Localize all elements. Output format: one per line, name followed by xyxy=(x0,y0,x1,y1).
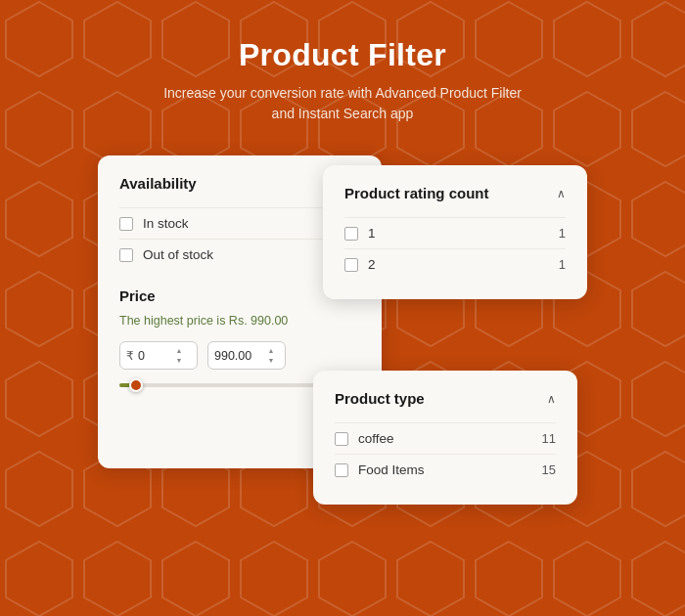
coffee-count: 11 xyxy=(542,431,556,446)
food-items-checkbox[interactable] xyxy=(335,463,348,477)
price-inputs-row: ₹ ▲ ▼ ▲ ▼ xyxy=(119,341,360,370)
rating-2-item: 2 1 xyxy=(344,248,566,280)
min-price-input-wrap: ₹ ▲ ▼ xyxy=(119,341,198,370)
out-of-stock-checkbox[interactable] xyxy=(119,248,133,262)
availability-card-title: Availability xyxy=(119,175,197,192)
min-price-input[interactable] xyxy=(138,349,173,363)
type-chevron-icon[interactable]: ∧ xyxy=(547,392,556,406)
max-price-input[interactable] xyxy=(214,349,265,363)
max-price-up-button[interactable]: ▲ xyxy=(265,346,277,355)
coffee-checkbox[interactable] xyxy=(335,432,348,446)
min-price-down-button[interactable]: ▼ xyxy=(173,356,185,365)
type-card-title: Product type xyxy=(335,390,425,407)
rating-2-label: 2 xyxy=(368,257,551,272)
min-price-stepper: ▲ ▼ xyxy=(173,346,185,365)
type-card-header: Product type ∧ xyxy=(335,390,556,407)
type-card: Product type ∧ coffee 11 Food Items 15 xyxy=(313,371,577,505)
max-price-down-button[interactable]: ▼ xyxy=(265,356,277,365)
cards-area: Availability ∧ In stock Out of stock Pri… xyxy=(98,155,587,527)
min-price-up-button[interactable]: ▲ xyxy=(173,346,185,355)
rating-1-label: 1 xyxy=(368,226,551,241)
coffee-label: coffee xyxy=(358,431,534,446)
price-slider-thumb[interactable] xyxy=(129,378,143,392)
page-title: Product Filter xyxy=(239,37,446,73)
rating-1-count: 1 xyxy=(559,226,566,241)
page-subtitle: Increase your conversion rate with Advan… xyxy=(163,83,522,124)
max-price-input-wrap: ▲ ▼ xyxy=(207,341,286,370)
rating-card-title: Product rating count xyxy=(344,185,489,201)
food-items-item: Food Items 15 xyxy=(335,454,556,485)
page-container: Product Filter Increase your conversion … xyxy=(0,0,685,527)
coffee-item: coffee 11 xyxy=(335,422,556,454)
rating-1-checkbox[interactable] xyxy=(344,227,358,241)
rating-2-count: 1 xyxy=(559,257,566,272)
food-items-count: 15 xyxy=(542,462,556,477)
currency-symbol-min: ₹ xyxy=(126,349,134,363)
rating-card-header: Product rating count ∧ xyxy=(344,185,566,201)
max-price-stepper: ▲ ▼ xyxy=(265,346,277,365)
rating-chevron-icon[interactable]: ∧ xyxy=(557,187,566,200)
rating-card: Product rating count ∧ 1 1 2 1 xyxy=(323,165,587,299)
rating-1-item: 1 1 xyxy=(344,217,566,248)
food-items-label: Food Items xyxy=(358,462,534,477)
in-stock-checkbox[interactable] xyxy=(119,217,133,231)
rating-2-checkbox[interactable] xyxy=(344,258,358,272)
price-highest-note: The highest price is Rs. 990.00 xyxy=(119,314,360,328)
